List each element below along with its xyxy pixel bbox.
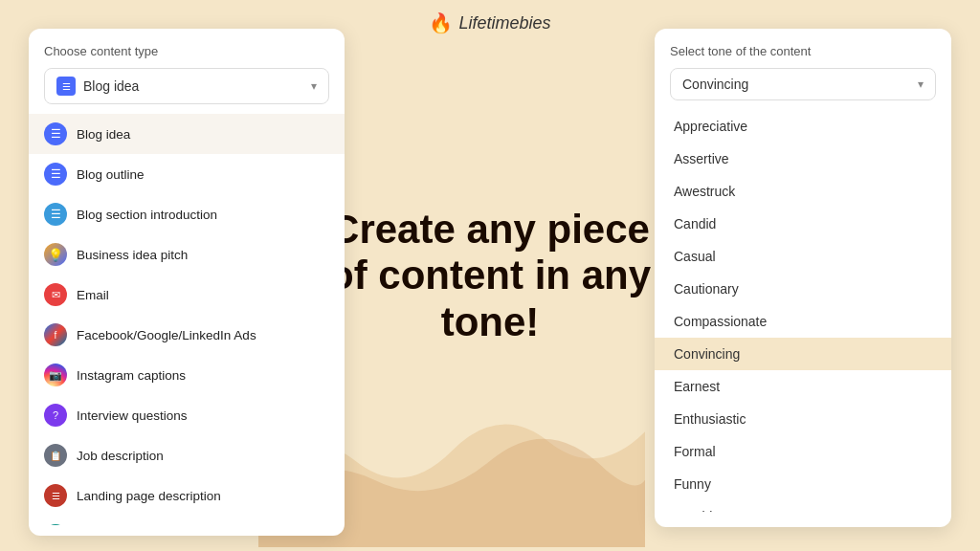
list-item[interactable]: 📋 Job description bbox=[29, 435, 345, 475]
content-type-dropdown[interactable]: ☰ Blog idea ▾ bbox=[44, 68, 329, 104]
list-item[interactable]: ☰ Blog section introduction bbox=[29, 194, 345, 234]
list-item[interactable]: f Facebook/Google/LinkedIn Ads bbox=[29, 315, 345, 355]
tone-item[interactable]: Appreciative bbox=[655, 110, 951, 143]
right-panel-title: Select tone of the content bbox=[655, 44, 951, 68]
tone-dropdown[interactable]: Convincing ▾ bbox=[670, 68, 936, 100]
list-item[interactable]: ? Interview questions bbox=[29, 395, 345, 435]
list-item[interactable]: 📷 Instagram captions bbox=[29, 355, 345, 395]
tone-item[interactable]: Casual bbox=[655, 240, 951, 273]
menu-item-icon: ☰ bbox=[44, 163, 67, 186]
tone-item[interactable]: Assertive bbox=[655, 143, 951, 175]
tone-panel: Select tone of the content Convincing ▾ … bbox=[655, 29, 951, 527]
dropdown-icon: ☰ bbox=[56, 77, 76, 96]
menu-item-icon: ☰ bbox=[44, 122, 67, 145]
tone-item[interactable]: Cautionary bbox=[655, 273, 951, 305]
logo-text: Lifetimebies bbox=[458, 13, 550, 33]
menu-item-icon: 📷 bbox=[44, 364, 67, 386]
list-item[interactable]: ✉ Email bbox=[29, 275, 345, 315]
menu-item-icon: ? bbox=[44, 404, 67, 427]
hero-text: Create any piece of content in any tone! bbox=[318, 207, 662, 345]
chevron-down-icon: ▾ bbox=[311, 79, 317, 93]
left-panel-title: Choose content type bbox=[29, 44, 345, 68]
tone-list: Appreciative Assertive Awestruck Candid … bbox=[655, 110, 951, 512]
tone-item[interactable]: Candid bbox=[655, 208, 951, 240]
tone-item[interactable]: Earnest bbox=[655, 370, 951, 403]
logo-icon: 🔥 bbox=[429, 11, 453, 34]
menu-item-icon: 📋 bbox=[44, 444, 67, 467]
tone-item[interactable]: Enthusiastic bbox=[655, 403, 951, 435]
list-item[interactable]: 💡 Business idea pitch bbox=[29, 234, 345, 275]
list-item[interactable]: ☰ Blog idea bbox=[29, 114, 345, 154]
tone-item[interactable]: Awestruck bbox=[655, 175, 951, 208]
tone-selected-label: Convincing bbox=[682, 77, 748, 92]
app-header: 🔥 Lifetimebies bbox=[429, 11, 550, 34]
menu-item-icon: 💡 bbox=[44, 243, 67, 266]
tone-item[interactable]: Formal bbox=[655, 435, 951, 468]
dropdown-selected: ☰ Blog idea bbox=[56, 77, 139, 96]
chevron-down-icon: ▾ bbox=[918, 77, 924, 91]
list-item[interactable]: ☰ Blog outline bbox=[29, 154, 345, 194]
tone-item-convincing[interactable]: Convincing bbox=[655, 338, 951, 370]
content-type-panel: Choose content type ☰ Blog idea ▾ ☰ Blog… bbox=[29, 29, 345, 536]
menu-item-icon: f bbox=[44, 323, 67, 346]
menu-item-icon: ☰ bbox=[44, 203, 67, 226]
content-type-list: ☰ Blog idea ☰ Blog outline ☰ Blog sectio… bbox=[29, 114, 345, 525]
list-item[interactable]: ☰ Product description bbox=[29, 516, 345, 525]
tone-item[interactable]: Funny bbox=[655, 468, 951, 500]
list-item[interactable]: ☰ Landing page description bbox=[29, 475, 345, 516]
menu-item-icon: ☰ bbox=[44, 524, 67, 525]
menu-item-icon: ☰ bbox=[44, 484, 67, 507]
tone-item[interactable]: Compassionate bbox=[655, 305, 951, 338]
tone-item[interactable]: Humble bbox=[655, 500, 951, 512]
menu-item-icon: ✉ bbox=[44, 283, 67, 306]
